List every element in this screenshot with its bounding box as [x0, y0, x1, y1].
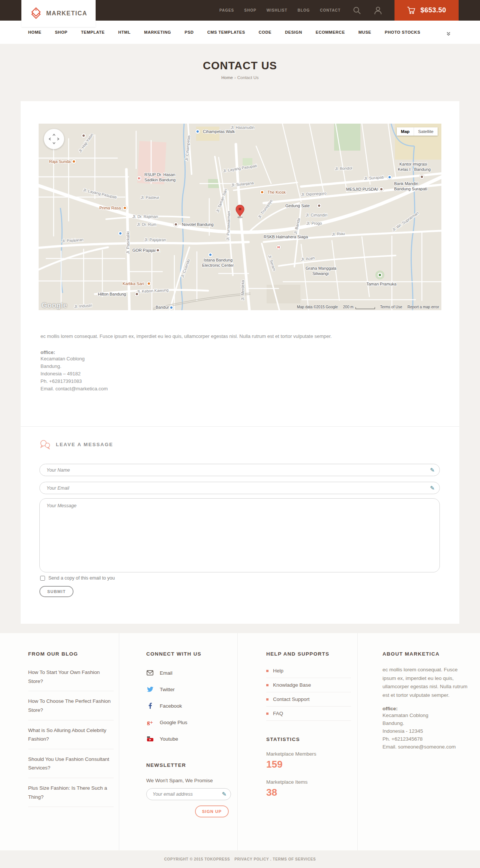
- social-link-facebook[interactable]: Facebook: [146, 700, 231, 711]
- nav-item-home[interactable]: HOME: [28, 30, 41, 34]
- map-poi-landmark-icon[interactable]: [317, 203, 322, 208]
- message-field-wrap: [39, 498, 440, 574]
- help-label: Help: [273, 668, 284, 674]
- map-pan-down-icon[interactable]: [52, 143, 56, 146]
- map-pan-right-icon[interactable]: [58, 137, 62, 141]
- map-terms-link[interactable]: Terms of Use: [380, 305, 402, 309]
- footer-blog-column: FROM OUR BLOG How To Start Your Own Fash…: [28, 651, 114, 813]
- account-icon[interactable]: [374, 0, 382, 21]
- nav-item-photo-stocks[interactable]: PHOTO STOCKS: [385, 30, 420, 34]
- map-scale: 200 m: [343, 305, 375, 309]
- name-input[interactable]: [39, 464, 440, 476]
- stat-label: Marketplace Items: [266, 779, 351, 785]
- map-type-map-button[interactable]: Map: [397, 127, 414, 136]
- send-copy-checkbox[interactable]: [40, 576, 45, 581]
- help-link[interactable]: Knowladge Base: [266, 682, 351, 692]
- blog-post-link[interactable]: How To Choose The Perfect Fashion Store?: [28, 697, 114, 720]
- help-link[interactable]: Help: [266, 668, 351, 678]
- topbar-link-blog[interactable]: BLOG: [297, 8, 310, 12]
- map-poi-hotel-icon[interactable]: [135, 292, 140, 297]
- map-poi-restaurant-icon[interactable]: [260, 190, 265, 195]
- nav-item-cms-templates[interactable]: CMS TEMPLATES: [207, 30, 245, 34]
- map-label: Kartika Sari: [123, 281, 144, 286]
- map-poi-park-icon[interactable]: [378, 273, 382, 278]
- map-poi-mosque-icon[interactable]: [379, 187, 384, 192]
- social-link-google-plus[interactable]: g+ Google Plus: [146, 717, 231, 728]
- nav-item-muse[interactable]: MUSE: [358, 30, 371, 34]
- social-link-twitter[interactable]: Twitter: [146, 684, 231, 695]
- email-field-wrap: ✎: [39, 482, 440, 494]
- nav-item-design[interactable]: DESIGN: [285, 30, 302, 34]
- message-textarea[interactable]: [39, 498, 440, 572]
- map-poi-hotel-icon[interactable]: [81, 133, 86, 138]
- search-icon[interactable]: [353, 0, 361, 21]
- nav-item-template[interactable]: TEMPLATE: [81, 30, 105, 34]
- newsletter-field-wrap: ✎: [146, 788, 231, 800]
- topbar-link-contact[interactable]: CONTACT: [320, 8, 340, 12]
- nav-item-html[interactable]: HTML: [118, 30, 130, 34]
- topbar-menu: PAGES SHOP WISHLIST BLOG CONTACT: [219, 0, 340, 21]
- nav-item-code[interactable]: CODE: [259, 30, 272, 34]
- map-poi-restaurant-icon[interactable]: [123, 206, 128, 211]
- newsletter: NEWSLETTER We Won't Spam, We Promise ✎ S…: [146, 762, 231, 817]
- map-report-link[interactable]: Report a map error: [408, 305, 439, 309]
- map-poi-landmark-icon[interactable]: [156, 248, 160, 253]
- map-label: Gedung Sate: [285, 203, 310, 208]
- social-link-youtube[interactable]: Youtube: [146, 733, 231, 744]
- nav-item-marketing[interactable]: MARKETING: [144, 30, 171, 34]
- help-link[interactable]: FAQ: [266, 711, 351, 721]
- nav-item-shop[interactable]: SHOP: [55, 30, 68, 34]
- privacy-policy-link[interactable]: PRIVACY POLICY: [234, 857, 269, 861]
- map-poi-shop-icon[interactable]: [195, 129, 200, 134]
- send-copy-row[interactable]: Send a copy of this email to you: [40, 575, 115, 581]
- chat-bubbles-icon: [39, 439, 51, 450]
- map-poi-shop-icon[interactable]: [387, 175, 392, 180]
- google-logo[interactable]: Google: [42, 301, 67, 309]
- help-link[interactable]: Contact Support: [266, 696, 351, 707]
- map-pan-up-icon[interactable]: [52, 131, 56, 135]
- topbar-link-wishlist[interactable]: WISHLIST: [267, 8, 288, 12]
- map-poi-hotel-icon[interactable]: [174, 222, 178, 227]
- map-poi-restaurant-icon[interactable]: [147, 281, 152, 286]
- map-poi-restaurant-icon[interactable]: [72, 159, 76, 164]
- submit-button[interactable]: SUBMIT: [39, 586, 74, 597]
- map-label: Siliwangi: [312, 271, 328, 276]
- blog-post-link[interactable]: How To Start Your Own Fashion Store?: [28, 668, 114, 691]
- map-poi-landmark-icon[interactable]: [420, 175, 424, 179]
- map-pan-control[interactable]: [44, 129, 64, 149]
- map-attribution: Map data ©2015 Google 200 m Terms of Use…: [297, 305, 439, 309]
- brand-logo[interactable]: MARKETICA: [21, 0, 96, 27]
- office-line: Indonesia - 12345: [382, 727, 468, 735]
- breadcrumb-home-link[interactable]: Home: [221, 75, 233, 80]
- send-copy-label: Send a copy of this email to you: [48, 575, 115, 581]
- breadcrumb-separator: ›: [234, 75, 236, 80]
- map-poi-hospital-icon[interactable]: H: [137, 176, 142, 181]
- chevron-down-icon[interactable]: [446, 30, 451, 37]
- blog-post-link[interactable]: What is So Alluring About Celebrity Fash…: [28, 726, 114, 749]
- newsletter-email-input[interactable]: [146, 788, 231, 800]
- map-poi-shop-icon[interactable]: [118, 231, 123, 236]
- map-label: Bank Mandiri: [394, 181, 418, 186]
- nav-item-psd[interactable]: PSD: [184, 30, 194, 34]
- map-poi-shop-icon[interactable]: [208, 252, 213, 257]
- facebook-icon: [146, 703, 154, 709]
- terms-link[interactable]: TERMS OF SERVICES: [273, 857, 316, 861]
- map-type-satellite-button[interactable]: Satellite: [414, 127, 438, 136]
- cart-button[interactable]: $653.50: [394, 0, 459, 21]
- email-input[interactable]: [39, 482, 440, 494]
- topbar-link-pages[interactable]: PAGES: [219, 8, 234, 12]
- map-poi-station-icon[interactable]: [169, 305, 174, 310]
- blog-post-link[interactable]: Should You Use Fashion Consultant Servic…: [28, 755, 114, 778]
- help-label: FAQ: [273, 711, 283, 716]
- brand-name: MARKETICA: [46, 10, 87, 17]
- signup-button[interactable]: SIGN UP: [195, 805, 229, 817]
- map[interactable]: Jl. Layang PasupatiJl. PasteurJl. Layang…: [39, 124, 441, 310]
- map-pan-left-icon[interactable]: [46, 137, 50, 141]
- blog-post-link[interactable]: Plus Size Fashion: Is There Such a Thing…: [28, 784, 114, 807]
- topbar-link-shop[interactable]: SHOP: [244, 8, 256, 12]
- social-link-email[interactable]: Email: [146, 667, 231, 678]
- map-label: Raja Sunda: [49, 159, 71, 164]
- nav-item-ecommerce[interactable]: ECOMMERCE: [316, 30, 345, 34]
- map-poi-hospital-icon[interactable]: H: [276, 245, 281, 250]
- map-label: RSUP Dr. Hasan: [144, 172, 175, 177]
